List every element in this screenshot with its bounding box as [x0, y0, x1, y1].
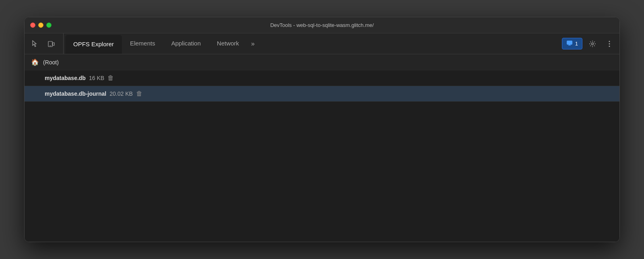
file-name-2: mydatabase.db-journal	[45, 90, 106, 97]
traffic-lights	[30, 23, 52, 28]
device-icon	[47, 40, 55, 48]
list-item[interactable]: mydatabase.db 16 KB 🗑	[25, 70, 619, 86]
maximize-button[interactable]	[46, 23, 52, 28]
content-area: 🏠 (Root) mydatabase.db 16 KB 🗑 mydatabas…	[25, 54, 619, 242]
more-tabs-button[interactable]: »	[247, 33, 259, 54]
gear-icon	[589, 40, 596, 47]
toolbar-right: 1	[557, 33, 616, 54]
svg-point-4	[592, 43, 594, 45]
home-icon: 🏠	[31, 58, 39, 66]
console-message-icon	[566, 40, 573, 47]
tree-root-item: 🏠 (Root)	[25, 54, 619, 70]
delete-file-2-button[interactable]: 🗑	[136, 90, 142, 97]
settings-button[interactable]	[586, 38, 599, 50]
console-badge-button[interactable]: 1	[562, 38, 582, 49]
tab-opfs-explorer[interactable]: OPFS Explorer	[65, 35, 122, 54]
tab-network[interactable]: Network	[209, 33, 247, 54]
svg-point-6	[609, 43, 610, 44]
tab-bar: OPFS Explorer Elements Application Netwo…	[65, 33, 557, 54]
device-toggle-button[interactable]	[44, 37, 58, 50]
list-item[interactable]: mydatabase.db-journal 20.02 KB 🗑	[25, 86, 619, 102]
file-tree: 🏠 (Root) mydatabase.db 16 KB 🗑 mydatabas…	[25, 54, 619, 102]
inspect-element-button[interactable]	[28, 37, 42, 50]
window-title: DevTools - web-sql-to-sqlite-wasm.glitch…	[270, 22, 374, 28]
file-size-2: 20.02 KB	[109, 90, 133, 97]
minimize-button[interactable]	[38, 23, 43, 28]
file-name-1: mydatabase.db	[45, 75, 86, 81]
tab-application[interactable]: Application	[163, 33, 208, 54]
console-count: 1	[575, 41, 578, 47]
more-options-button[interactable]	[603, 38, 616, 50]
devtools-window: DevTools - web-sql-to-sqlite-wasm.glitch…	[24, 17, 620, 242]
cursor-icon	[31, 40, 39, 48]
file-size-1: 16 KB	[89, 75, 104, 81]
svg-point-7	[609, 45, 610, 47]
svg-point-5	[609, 41, 610, 42]
root-label: (Root)	[43, 59, 59, 66]
svg-rect-1	[53, 43, 54, 45]
toolbar-left-icons	[28, 33, 64, 54]
message-icon	[566, 40, 573, 46]
ellipsis-vertical-icon	[606, 40, 613, 47]
close-button[interactable]	[30, 23, 35, 28]
toolbar: OPFS Explorer Elements Application Netwo…	[25, 33, 619, 54]
svg-rect-3	[567, 41, 572, 45]
delete-file-1-button[interactable]: 🗑	[107, 74, 114, 82]
title-bar: DevTools - web-sql-to-sqlite-wasm.glitch…	[25, 17, 619, 33]
tab-elements[interactable]: Elements	[122, 33, 163, 54]
